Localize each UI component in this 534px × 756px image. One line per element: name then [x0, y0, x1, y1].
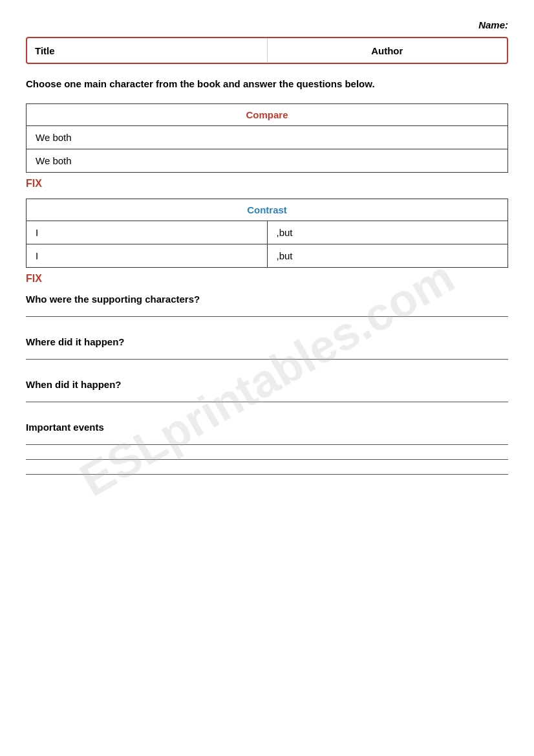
title-author-box: Title Author: [26, 37, 508, 64]
question-item-3: When did it happen?: [26, 379, 508, 402]
answer-line-2: [26, 359, 508, 360]
compare-table: Compare We both We both: [26, 103, 508, 173]
contrast-row-1-left: I: [27, 221, 268, 244]
fix-label-1: FIX: [26, 178, 508, 189]
compare-row-1-text: We both: [27, 125, 508, 149]
compare-header: Compare: [27, 103, 508, 125]
contrast-row-1-right: ,but: [267, 221, 508, 244]
answer-line-1: [26, 316, 508, 317]
compare-header-row: Compare: [27, 103, 508, 125]
important-events-label: Important events: [26, 422, 508, 433]
compare-row-2: We both: [27, 149, 508, 172]
question-label-1: Who were the supporting characters?: [26, 294, 508, 305]
name-label: Name:: [26, 19, 508, 30]
title-cell: Title: [27, 38, 268, 63]
fix-label-2: FIX: [26, 273, 508, 285]
important-events-line-3: [26, 474, 508, 475]
answer-line-3: [26, 402, 508, 402]
important-events-line-1: [26, 444, 508, 445]
compare-row-1: We both: [27, 125, 508, 149]
important-events-section: Important events: [26, 422, 508, 475]
question-label-2: Where did it happen?: [26, 336, 508, 347]
question-item-1: Who were the supporting characters?: [26, 294, 508, 317]
contrast-row-2-left: I: [27, 244, 268, 267]
question-label-3: When did it happen?: [26, 379, 508, 390]
contrast-header-row: Contrast: [27, 199, 508, 221]
instructions: Choose one main character from the book …: [26, 77, 508, 92]
author-cell: Author: [268, 38, 507, 63]
contrast-row-2: I ,but: [27, 244, 508, 267]
question-section: Who were the supporting characters? Wher…: [26, 294, 508, 475]
compare-row-2-text: We both: [27, 149, 508, 172]
contrast-row-1: I ,but: [27, 221, 508, 244]
contrast-header: Contrast: [27, 199, 508, 221]
important-events-line-2: [26, 459, 508, 460]
contrast-row-2-right: ,but: [267, 244, 508, 267]
question-item-2: Where did it happen?: [26, 336, 508, 360]
important-events-lines: [26, 444, 508, 475]
contrast-table: Contrast I ,but I ,but: [26, 199, 508, 268]
